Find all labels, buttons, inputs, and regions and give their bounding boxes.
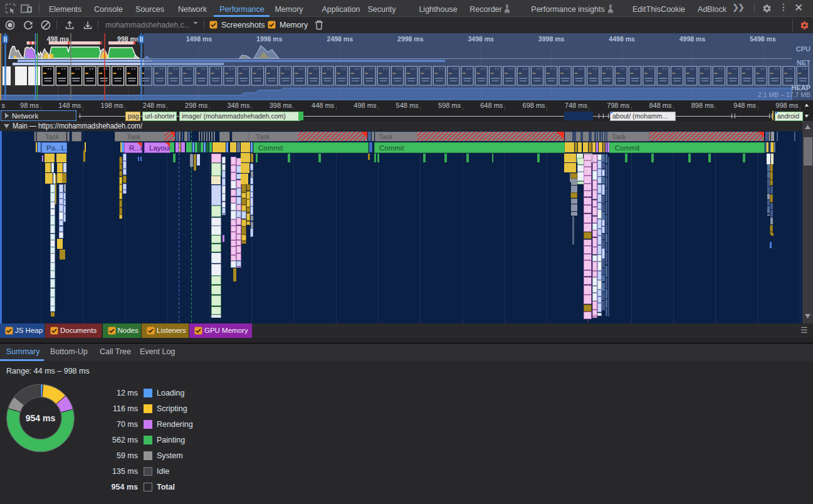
svg-text:image/ (mohammadshehadeh.com): image/ (mohammadshehadeh.com) [182,112,286,120]
svg-text:Task: Task [127,133,141,140]
svg-text:4498 ms: 4498 ms [609,35,635,43]
svg-text:Commit: Commit [379,144,404,152]
svg-text:198 ms: 198 ms [101,102,124,109]
svg-text:3998 ms: 3998 ms [538,35,565,43]
svg-text:748 ms: 748 ms [565,102,588,109]
svg-text:548 ms: 548 ms [396,102,419,109]
svg-text:HEAP: HEAP [791,84,810,92]
svg-text:CPU: CPU [796,45,810,53]
svg-text:798 ms: 798 ms [607,102,630,109]
svg-text:498 ms: 498 ms [354,102,377,109]
svg-text:1498 ms: 1498 ms [186,35,212,43]
svg-text:Network: Network [12,112,38,120]
svg-text:Commit: Commit [258,144,283,152]
svg-text:498 ms: 498 ms [47,35,70,43]
svg-text:about/ (mohamm...: about/ (mohamm... [612,112,668,120]
svg-text:2498 ms: 2498 ms [327,35,354,43]
svg-text:948 ms: 948 ms [733,102,757,109]
svg-text:Pa...L: Pa...L [46,144,66,152]
svg-text:898 ms: 898 ms [691,102,715,109]
svg-text:R...e: R...e [129,144,144,152]
svg-text:398 ms: 398 ms [270,102,293,109]
svg-text:698 ms: 698 ms [523,102,546,109]
svg-text:248 ms: 248 ms [143,102,166,109]
svg-text:4998 ms: 4998 ms [679,35,706,43]
svg-text:1998 ms: 1998 ms [256,35,283,43]
svg-text:998 ms: 998 ms [117,35,140,43]
svg-text:android: android [777,112,799,120]
svg-text:998 ms: 998 ms [775,102,799,109]
svg-text:5498 ms: 5498 ms [750,35,776,43]
svg-text:NET: NET [797,59,810,66]
svg-text:Commit: Commit [615,144,640,152]
svg-text:598 ms: 598 ms [438,102,461,109]
svg-text:954 ms: 954 ms [26,413,56,423]
svg-text:2.1 MB – 17.7 MB: 2.1 MB – 17.7 MB [758,91,810,98]
svg-text:148 ms: 148 ms [58,102,81,109]
svg-text:3498 ms: 3498 ms [468,35,494,43]
svg-text:pag: pag [128,112,139,120]
svg-text:Main — https://mohammadshehade: Main — https://mohammadshehadeh.com/ [13,122,143,130]
svg-text:98 ms: 98 ms [20,102,39,109]
svg-text:s: s [2,102,6,109]
svg-text:2998 ms: 2998 ms [397,35,424,43]
svg-text:url-shorter: url-shorter [145,112,175,120]
svg-text:Task: Task [379,133,393,140]
svg-text:348 ms: 348 ms [227,102,250,109]
svg-text:Task: Task [256,133,270,140]
svg-text:Task: Task [612,133,626,140]
svg-text:Task: Task [45,133,60,140]
svg-text:298 ms: 298 ms [185,102,208,109]
svg-text:448 ms: 448 ms [312,102,335,109]
svg-text:648 ms: 648 ms [480,102,503,109]
svg-text:848 ms: 848 ms [649,102,672,109]
